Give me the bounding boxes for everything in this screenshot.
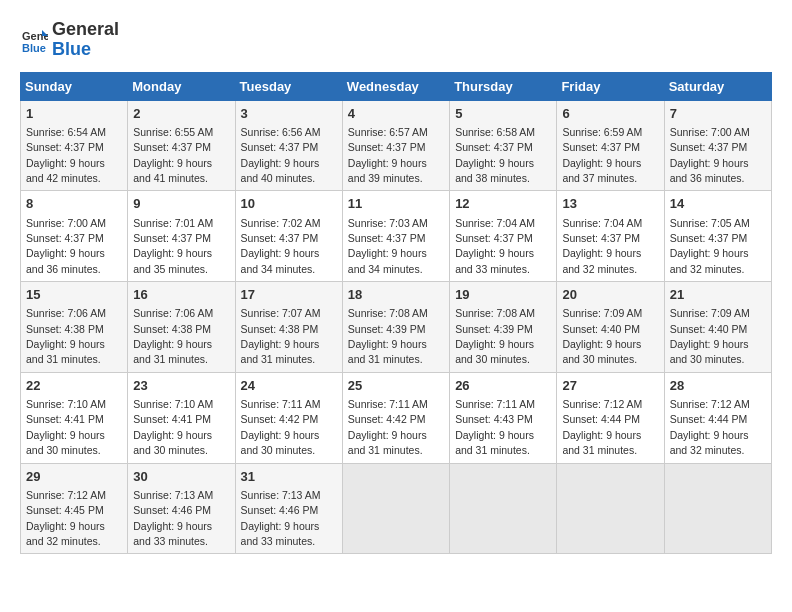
day-number: 22 bbox=[26, 377, 122, 395]
day-info: Sunrise: 7:13 AMSunset: 4:46 PMDaylight:… bbox=[241, 489, 321, 547]
day-info: Sunrise: 7:04 AMSunset: 4:37 PMDaylight:… bbox=[455, 217, 535, 275]
calendar-cell: 26 Sunrise: 7:11 AMSunset: 4:43 PMDaylig… bbox=[450, 372, 557, 463]
day-number: 26 bbox=[455, 377, 551, 395]
calendar-week-row: 29 Sunrise: 7:12 AMSunset: 4:45 PMDaylig… bbox=[21, 463, 772, 554]
calendar-cell: 25 Sunrise: 7:11 AMSunset: 4:42 PMDaylig… bbox=[342, 372, 449, 463]
calendar-week-row: 1 Sunrise: 6:54 AMSunset: 4:37 PMDayligh… bbox=[21, 100, 772, 191]
day-info: Sunrise: 6:56 AMSunset: 4:37 PMDaylight:… bbox=[241, 126, 321, 184]
day-number: 21 bbox=[670, 286, 766, 304]
calendar-cell: 16 Sunrise: 7:06 AMSunset: 4:38 PMDaylig… bbox=[128, 282, 235, 373]
day-info: Sunrise: 6:59 AMSunset: 4:37 PMDaylight:… bbox=[562, 126, 642, 184]
day-number: 2 bbox=[133, 105, 229, 123]
day-number: 19 bbox=[455, 286, 551, 304]
calendar-cell: 18 Sunrise: 7:08 AMSunset: 4:39 PMDaylig… bbox=[342, 282, 449, 373]
calendar-cell: 5 Sunrise: 6:58 AMSunset: 4:37 PMDayligh… bbox=[450, 100, 557, 191]
logo-general: General bbox=[52, 20, 119, 40]
calendar-header-saturday: Saturday bbox=[664, 72, 771, 100]
day-info: Sunrise: 7:00 AMSunset: 4:37 PMDaylight:… bbox=[670, 126, 750, 184]
day-info: Sunrise: 6:55 AMSunset: 4:37 PMDaylight:… bbox=[133, 126, 213, 184]
day-info: Sunrise: 7:11 AMSunset: 4:42 PMDaylight:… bbox=[241, 398, 321, 456]
day-number: 14 bbox=[670, 195, 766, 213]
day-info: Sunrise: 7:02 AMSunset: 4:37 PMDaylight:… bbox=[241, 217, 321, 275]
calendar-cell: 15 Sunrise: 7:06 AMSunset: 4:38 PMDaylig… bbox=[21, 282, 128, 373]
logo: General Blue General Blue bbox=[20, 20, 119, 60]
day-number: 28 bbox=[670, 377, 766, 395]
calendar-cell bbox=[450, 463, 557, 554]
calendar-week-row: 8 Sunrise: 7:00 AMSunset: 4:37 PMDayligh… bbox=[21, 191, 772, 282]
day-info: Sunrise: 7:12 AMSunset: 4:44 PMDaylight:… bbox=[670, 398, 750, 456]
calendar-cell: 8 Sunrise: 7:00 AMSunset: 4:37 PMDayligh… bbox=[21, 191, 128, 282]
calendar-header-thursday: Thursday bbox=[450, 72, 557, 100]
calendar-cell bbox=[342, 463, 449, 554]
day-number: 27 bbox=[562, 377, 658, 395]
calendar-week-row: 15 Sunrise: 7:06 AMSunset: 4:38 PMDaylig… bbox=[21, 282, 772, 373]
day-info: Sunrise: 7:08 AMSunset: 4:39 PMDaylight:… bbox=[348, 307, 428, 365]
calendar-cell: 30 Sunrise: 7:13 AMSunset: 4:46 PMDaylig… bbox=[128, 463, 235, 554]
calendar-header-monday: Monday bbox=[128, 72, 235, 100]
calendar-cell: 6 Sunrise: 6:59 AMSunset: 4:37 PMDayligh… bbox=[557, 100, 664, 191]
day-number: 11 bbox=[348, 195, 444, 213]
day-info: Sunrise: 7:08 AMSunset: 4:39 PMDaylight:… bbox=[455, 307, 535, 365]
calendar-cell: 2 Sunrise: 6:55 AMSunset: 4:37 PMDayligh… bbox=[128, 100, 235, 191]
day-info: Sunrise: 6:58 AMSunset: 4:37 PMDaylight:… bbox=[455, 126, 535, 184]
day-number: 20 bbox=[562, 286, 658, 304]
calendar-cell: 22 Sunrise: 7:10 AMSunset: 4:41 PMDaylig… bbox=[21, 372, 128, 463]
day-number: 10 bbox=[241, 195, 337, 213]
calendar-cell: 21 Sunrise: 7:09 AMSunset: 4:40 PMDaylig… bbox=[664, 282, 771, 373]
day-number: 23 bbox=[133, 377, 229, 395]
day-number: 5 bbox=[455, 105, 551, 123]
calendar-header-friday: Friday bbox=[557, 72, 664, 100]
day-number: 12 bbox=[455, 195, 551, 213]
calendar-cell: 10 Sunrise: 7:02 AMSunset: 4:37 PMDaylig… bbox=[235, 191, 342, 282]
calendar-header-wednesday: Wednesday bbox=[342, 72, 449, 100]
day-number: 13 bbox=[562, 195, 658, 213]
day-info: Sunrise: 7:09 AMSunset: 4:40 PMDaylight:… bbox=[670, 307, 750, 365]
day-info: Sunrise: 7:05 AMSunset: 4:37 PMDaylight:… bbox=[670, 217, 750, 275]
logo-blue: Blue bbox=[52, 40, 119, 60]
calendar-cell: 1 Sunrise: 6:54 AMSunset: 4:37 PMDayligh… bbox=[21, 100, 128, 191]
calendar-cell bbox=[664, 463, 771, 554]
day-info: Sunrise: 7:12 AMSunset: 4:44 PMDaylight:… bbox=[562, 398, 642, 456]
day-info: Sunrise: 7:11 AMSunset: 4:42 PMDaylight:… bbox=[348, 398, 428, 456]
day-info: Sunrise: 7:11 AMSunset: 4:43 PMDaylight:… bbox=[455, 398, 535, 456]
calendar-cell: 12 Sunrise: 7:04 AMSunset: 4:37 PMDaylig… bbox=[450, 191, 557, 282]
calendar-cell: 27 Sunrise: 7:12 AMSunset: 4:44 PMDaylig… bbox=[557, 372, 664, 463]
day-info: Sunrise: 6:57 AMSunset: 4:37 PMDaylight:… bbox=[348, 126, 428, 184]
day-number: 16 bbox=[133, 286, 229, 304]
calendar-cell bbox=[557, 463, 664, 554]
calendar-cell: 23 Sunrise: 7:10 AMSunset: 4:41 PMDaylig… bbox=[128, 372, 235, 463]
calendar-cell: 17 Sunrise: 7:07 AMSunset: 4:38 PMDaylig… bbox=[235, 282, 342, 373]
svg-text:Blue: Blue bbox=[22, 42, 46, 54]
calendar-table: SundayMondayTuesdayWednesdayThursdayFrid… bbox=[20, 72, 772, 555]
calendar-cell: 11 Sunrise: 7:03 AMSunset: 4:37 PMDaylig… bbox=[342, 191, 449, 282]
calendar-cell: 7 Sunrise: 7:00 AMSunset: 4:37 PMDayligh… bbox=[664, 100, 771, 191]
day-number: 8 bbox=[26, 195, 122, 213]
day-info: Sunrise: 6:54 AMSunset: 4:37 PMDaylight:… bbox=[26, 126, 106, 184]
day-number: 9 bbox=[133, 195, 229, 213]
day-number: 15 bbox=[26, 286, 122, 304]
calendar-cell: 20 Sunrise: 7:09 AMSunset: 4:40 PMDaylig… bbox=[557, 282, 664, 373]
day-info: Sunrise: 7:10 AMSunset: 4:41 PMDaylight:… bbox=[26, 398, 106, 456]
day-number: 25 bbox=[348, 377, 444, 395]
day-number: 18 bbox=[348, 286, 444, 304]
calendar-cell: 14 Sunrise: 7:05 AMSunset: 4:37 PMDaylig… bbox=[664, 191, 771, 282]
day-info: Sunrise: 7:09 AMSunset: 4:40 PMDaylight:… bbox=[562, 307, 642, 365]
day-number: 4 bbox=[348, 105, 444, 123]
day-info: Sunrise: 7:07 AMSunset: 4:38 PMDaylight:… bbox=[241, 307, 321, 365]
calendar-cell: 24 Sunrise: 7:11 AMSunset: 4:42 PMDaylig… bbox=[235, 372, 342, 463]
day-info: Sunrise: 7:00 AMSunset: 4:37 PMDaylight:… bbox=[26, 217, 106, 275]
calendar-week-row: 22 Sunrise: 7:10 AMSunset: 4:41 PMDaylig… bbox=[21, 372, 772, 463]
day-info: Sunrise: 7:13 AMSunset: 4:46 PMDaylight:… bbox=[133, 489, 213, 547]
calendar-header-sunday: Sunday bbox=[21, 72, 128, 100]
day-number: 17 bbox=[241, 286, 337, 304]
day-info: Sunrise: 7:10 AMSunset: 4:41 PMDaylight:… bbox=[133, 398, 213, 456]
day-number: 29 bbox=[26, 468, 122, 486]
calendar-cell: 19 Sunrise: 7:08 AMSunset: 4:39 PMDaylig… bbox=[450, 282, 557, 373]
day-number: 30 bbox=[133, 468, 229, 486]
header: General Blue General Blue bbox=[20, 20, 772, 60]
day-info: Sunrise: 7:01 AMSunset: 4:37 PMDaylight:… bbox=[133, 217, 213, 275]
day-number: 24 bbox=[241, 377, 337, 395]
calendar-header-tuesday: Tuesday bbox=[235, 72, 342, 100]
day-number: 7 bbox=[670, 105, 766, 123]
day-info: Sunrise: 7:12 AMSunset: 4:45 PMDaylight:… bbox=[26, 489, 106, 547]
